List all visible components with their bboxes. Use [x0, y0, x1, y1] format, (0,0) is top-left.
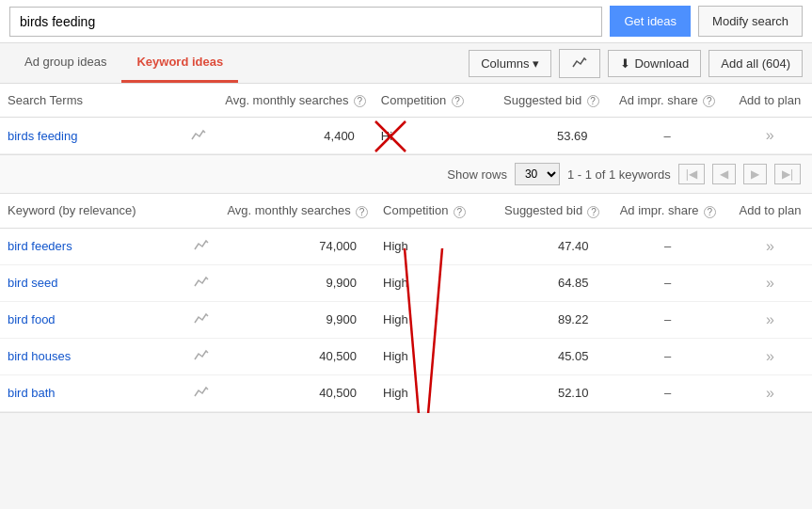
download-button[interactable]: ⬇ Download [608, 50, 701, 77]
ad-impr-share-help-icon[interactable]: ? [703, 95, 715, 107]
th-ki-chart-col [183, 194, 219, 228]
ki-keyword-link[interactable]: bird bath [8, 386, 56, 400]
ki-ad-impr-share-cell: – [607, 228, 728, 264]
suggested-bid-help-icon[interactable]: ? [587, 95, 599, 107]
ki-chart-cell [183, 374, 219, 411]
search-term-keyword: birds feeding [0, 118, 181, 154]
ki-add-to-plan-cell: » [728, 338, 812, 374]
ki-competition-cell: High [375, 338, 486, 374]
toolbar-right: Columns ▾ ⬇ Download Add all (604) [469, 49, 803, 78]
th-suggested-bid: Suggested bid ? [486, 84, 607, 118]
th-ki-add-to-plan: Add to plan [728, 194, 812, 228]
th-keyword-relevance: Keyword (by relevance) [0, 194, 183, 228]
ki-avg-monthly-cell: 9,900 [219, 301, 375, 338]
search-terms-table: Search Terms Avg. monthly searches ? Com… [0, 84, 812, 154]
ki-keyword-cell: bird feeders [0, 228, 183, 264]
add-all-button[interactable]: Add all (604) [709, 50, 803, 77]
keyword-ideas-row: bird seed 9,900 High 64.85 – » [0, 264, 812, 301]
ki-chart-cell [183, 301, 219, 338]
chart-button[interactable] [559, 49, 600, 78]
th-ki-competition: Competition ? [375, 194, 486, 228]
ki-keyword-link[interactable]: bird food [8, 312, 56, 326]
ki-add-to-plan-cell: » [728, 228, 812, 264]
ki-competition-cell: High [375, 301, 486, 338]
keyword-ideas-table: Keyword (by relevance) Avg. monthly sear… [0, 194, 812, 411]
keyword-ideas-row: bird feeders 74,000 High 47.40 – » [0, 228, 812, 264]
ki-avg-monthly-cell: 9,900 [219, 264, 375, 301]
tabs-toolbar: Ad group ideas Keyword ideas Columns ▾ ⬇… [0, 43, 812, 84]
competition-help-icon[interactable]: ? [452, 95, 464, 107]
ki-keyword-cell: bird bath [0, 374, 183, 411]
ki-chart-cell [183, 264, 219, 301]
ki-competition-cell: High [375, 228, 486, 264]
th-ki-ad-impr-share: Ad impr. share ? [607, 194, 728, 228]
search-input[interactable] [9, 7, 602, 37]
ki-avg-monthly-help-icon[interactable]: ? [356, 206, 368, 218]
search-term-ad-impr-share: – [607, 118, 728, 154]
search-terms-section: Search Terms Avg. monthly searches ? Com… [0, 84, 812, 194]
rows-per-page-select[interactable]: 30 [515, 163, 560, 185]
trend-chart-icon[interactable] [190, 129, 207, 144]
ki-trend-chart-icon[interactable] [193, 239, 210, 254]
ki-suggested-bid-cell: 47.40 [486, 228, 607, 264]
ki-add-to-plan-cell: » [728, 264, 812, 301]
first-page-button[interactable]: |◀ [678, 164, 705, 184]
search-terms-pagination: Show rows 30 1 - 1 of 1 keywords |◀ ◀ ▶ … [0, 154, 812, 193]
ki-trend-chart-icon[interactable] [193, 276, 210, 291]
search-term-suggested-bid: 53.69 [486, 118, 607, 154]
ki-suggested-bid-cell: 52.10 [486, 374, 607, 411]
page-range-text: 1 - 1 of 1 keywords [567, 167, 671, 182]
ki-competition-cell: High [375, 374, 486, 411]
tabs: Ad group ideas Keyword ideas [9, 43, 238, 83]
ki-ad-impr-share-cell: – [607, 374, 728, 411]
th-ki-suggested-bid: Suggested bid ? [486, 194, 607, 228]
ki-chart-cell [183, 338, 219, 374]
th-competition: Competition ? [374, 84, 486, 118]
ki-competition-cell: High [375, 264, 486, 301]
prev-page-button[interactable]: ◀ [712, 164, 736, 184]
ki-add-to-plan-cell: » [728, 374, 812, 411]
ki-avg-monthly-cell: 40,500 [219, 338, 375, 374]
ki-ad-impr-share-cell: – [607, 301, 728, 338]
ki-suggested-bid-cell: 64.85 [486, 264, 607, 301]
keyword-ideas-row: bird bath 40,500 High 52.10 – » [0, 374, 812, 411]
chart-icon [571, 56, 588, 72]
th-search-terms: Search Terms [0, 84, 181, 118]
ki-suggested-bid-help-icon[interactable]: ? [587, 206, 599, 218]
tab-ad-group-ideas[interactable]: Ad group ideas [9, 43, 121, 83]
ki-trend-chart-icon[interactable] [193, 386, 210, 401]
table-row: birds feeding 4,400 Hi [0, 118, 812, 154]
next-page-button[interactable]: ▶ [743, 164, 767, 184]
download-label: Download [634, 56, 689, 71]
ki-add-to-plan-cell: » [728, 301, 812, 338]
last-page-button[interactable]: ▶| [774, 164, 801, 184]
avg-monthly-help-icon[interactable]: ? [354, 95, 366, 107]
ki-keyword-link[interactable]: bird seed [8, 276, 57, 290]
ki-ad-impr-share-cell: – [607, 338, 728, 374]
columns-button[interactable]: Columns ▾ [469, 50, 551, 77]
ki-trend-chart-icon[interactable] [193, 349, 210, 364]
search-term-chart-cell [181, 118, 218, 154]
ki-keyword-link[interactable]: bird houses [8, 349, 71, 363]
ki-chart-cell [183, 228, 219, 264]
ki-ad-impr-share-help-icon[interactable]: ? [704, 206, 716, 218]
top-bar: Get ideas Modify search [0, 0, 812, 43]
chevron-down-icon: ▾ [533, 56, 539, 71]
columns-label: Columns [481, 56, 529, 71]
keyword-ideas-row: bird houses 40,500 High 45.05 – » [0, 338, 812, 374]
show-rows-label: Show rows [447, 167, 507, 182]
th-add-to-plan: Add to plan [728, 84, 812, 118]
th-avg-monthly: Avg. monthly searches ? [217, 84, 374, 118]
tab-keyword-ideas[interactable]: Keyword ideas [121, 43, 238, 83]
get-ideas-button[interactable]: Get ideas [610, 6, 691, 37]
search-term-competition: Hi [374, 118, 486, 154]
ki-trend-chart-icon[interactable] [193, 312, 210, 327]
ki-competition-help-icon[interactable]: ? [454, 206, 466, 218]
keyword-link[interactable]: birds feeding [8, 129, 77, 143]
modify-search-button[interactable]: Modify search [698, 6, 803, 37]
th-ad-impr-share: Ad impr. share ? [607, 84, 728, 118]
ki-ad-impr-share-cell: – [607, 264, 728, 301]
search-term-avg-monthly: 4,400 [217, 118, 374, 154]
ki-keyword-cell: bird seed [0, 264, 183, 301]
ki-keyword-link[interactable]: bird feeders [8, 239, 72, 253]
